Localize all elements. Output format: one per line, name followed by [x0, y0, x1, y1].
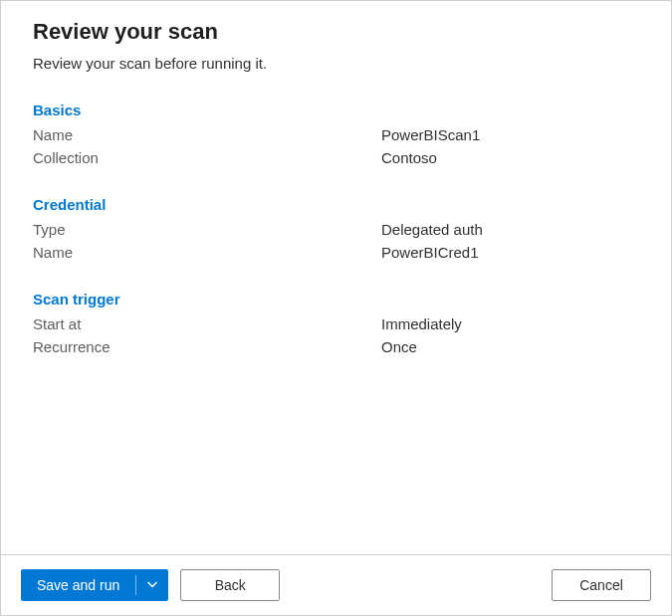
row-basics-collection: Collection Contoso [33, 149, 639, 166]
panel-content: Review your scan Review your scan before… [1, 1, 671, 554]
section-header-scan-trigger: Scan trigger [33, 291, 639, 308]
cancel-button[interactable]: Cancel [552, 569, 651, 601]
value-name: PowerBIScan1 [381, 126, 480, 143]
save-and-run-label: Save and run [21, 569, 135, 601]
value-collection: Contoso [381, 149, 437, 166]
label-start-at: Start at [33, 315, 381, 332]
label-credential-name: Name [33, 244, 381, 261]
review-scan-panel: Review your scan Review your scan before… [0, 0, 672, 616]
value-recurrence: Once [381, 338, 417, 355]
section-header-credential: Credential [33, 196, 639, 213]
panel-footer: Save and run Back Cancel [1, 554, 671, 615]
page-subtitle: Review your scan before running it. [33, 55, 639, 72]
save-and-run-split-button[interactable]: Save and run [21, 569, 168, 601]
save-and-run-chevron[interactable] [136, 569, 168, 601]
page-title: Review your scan [33, 19, 639, 45]
section-header-basics: Basics [33, 102, 639, 118]
label-name: Name [33, 126, 381, 143]
row-credential-name: Name PowerBICred1 [33, 244, 639, 261]
row-trigger-recurrence: Recurrence Once [33, 338, 639, 355]
row-credential-type: Type Delegated auth [33, 221, 639, 238]
value-credential-name: PowerBICred1 [381, 244, 479, 261]
chevron-down-icon [146, 579, 158, 591]
value-type: Delegated auth [381, 221, 483, 238]
row-trigger-start: Start at Immediately [33, 315, 639, 332]
label-collection: Collection [33, 149, 381, 166]
value-start-at: Immediately [381, 315, 462, 332]
row-basics-name: Name PowerBIScan1 [33, 126, 639, 143]
section-credential: Credential Type Delegated auth Name Powe… [33, 196, 639, 261]
section-basics: Basics Name PowerBIScan1 Collection Cont… [33, 102, 639, 166]
label-recurrence: Recurrence [33, 338, 381, 355]
label-type: Type [33, 221, 381, 238]
back-button[interactable]: Back [180, 569, 280, 601]
section-scan-trigger: Scan trigger Start at Immediately Recurr… [33, 291, 639, 355]
